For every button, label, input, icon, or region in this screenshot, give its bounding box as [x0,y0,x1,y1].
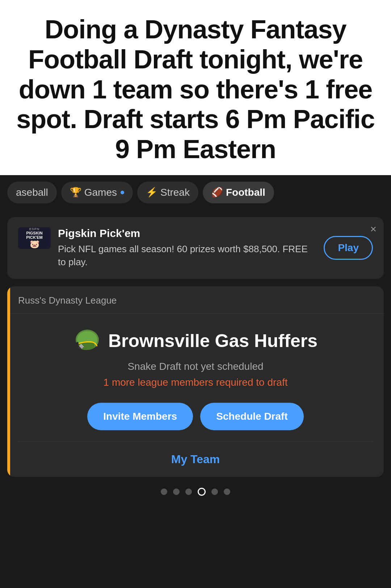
pigskin-logo-main: PIGSKINPICK'EM [26,231,42,240]
games-dot [121,191,124,194]
pigskin-card: ESPN PIGSKINPICK'EM 🐷 Pigskin Pick'em Pi… [7,217,384,279]
draft-status: Snake Draft not yet scheduled [18,361,373,372]
football-label: Football [226,187,265,198]
draft-warning: 1 more league members required to draft [18,377,373,388]
main-title: Doing a Dynasty Fantasy Football Draft t… [11,14,380,164]
dynasty-league-name: Russ's Dynasty League [18,295,117,306]
dynasty-buttons: Invite Members Schedule Draft [18,403,373,430]
dynasty-header: Russ's Dynasty League [7,286,384,314]
helmet-icon [73,328,102,354]
pigskin-title: Pigskin Pick'em [58,227,316,240]
pigskin-close-button[interactable]: × [370,224,377,234]
tab-baseball[interactable]: aseball [7,182,57,203]
carousel-dots [7,477,384,503]
carousel-dot-3[interactable] [185,488,192,495]
pigskin-content: Pigskin Pick'em Pick NFL games all seaso… [58,227,316,269]
carousel-dot-4-active[interactable] [198,488,206,496]
dynasty-body: Brownsville Gas Huffers Snake Draft not … [7,314,384,477]
header-section: Doing a Dynasty Fantasy Football Draft t… [0,0,391,175]
team-name-text: Brownsville Gas Huffers [108,330,318,351]
baseball-label: aseball [16,187,48,198]
tab-football[interactable]: 🏈 Football [203,182,274,203]
dynasty-card-accent [7,286,10,477]
streak-icon: ⚡ [146,187,157,198]
team-name-row: Brownsville Gas Huffers [18,328,373,354]
pigskin-pig-icon: 🐷 [30,240,39,249]
pigskin-play-button[interactable]: Play [324,236,373,260]
carousel-dot-1[interactable] [161,488,167,495]
my-team-link[interactable]: My Team [171,453,220,466]
carousel-dot-5[interactable] [211,488,218,495]
svg-rect-3 [76,342,79,348]
pigskin-espn-label: ESPN [29,227,40,231]
pigskin-description: Pick NFL games all season! 60 prizes wor… [58,242,316,269]
divider [18,441,373,442]
tab-games[interactable]: 🏆 Games [61,182,133,203]
carousel-dot-6[interactable] [224,488,230,495]
dynasty-card: Russ's Dynasty League Brownsville Gas Hu… [7,286,384,477]
tab-streak[interactable]: ⚡ Streak [137,182,198,203]
nav-tabs: aseball 🏆 Games ⚡ Streak 🏈 Football [0,175,391,210]
carousel-dot-2[interactable] [173,488,180,495]
streak-label: Streak [160,187,190,198]
invite-members-button[interactable]: Invite Members [87,403,193,430]
schedule-draft-button[interactable]: Schedule Draft [200,403,304,430]
football-icon: 🏈 [211,187,223,198]
games-icon: 🏆 [70,187,81,198]
games-label: Games [84,187,117,198]
pigskin-logo: ESPN PIGSKINPICK'EM 🐷 [18,227,51,249]
main-content: ESPN PIGSKINPICK'EM 🐷 Pigskin Pick'em Pi… [0,210,391,588]
